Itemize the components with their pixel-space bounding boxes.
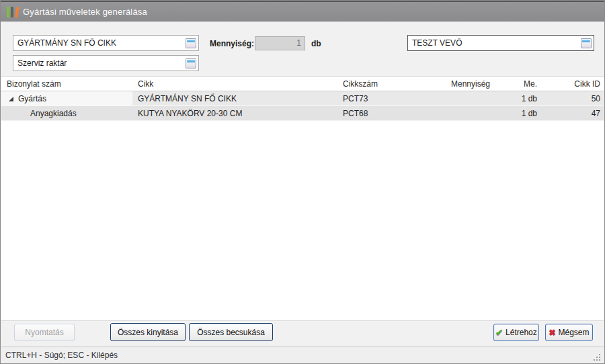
row-cikkid: 47 (540, 106, 604, 120)
app-icon (7, 6, 17, 17)
customer-field[interactable]: TESZT VEVŐ (407, 35, 594, 51)
unit-label: db (311, 39, 321, 48)
grid-header-row: Bizonylat szám Cikk Cikkszám Mennyiség M… (1, 77, 604, 91)
col-header-cikk[interactable]: Cikk (132, 77, 337, 91)
expander-icon[interactable] (9, 97, 13, 101)
row-cikk: KUTYA NYAKÖRV 20-30 CM (132, 106, 337, 120)
form-panel: GYÁRTMÁNY SN FŐ CIKK Szerviz raktár Menn… (1, 23, 604, 77)
check-icon: ✔ (495, 328, 503, 338)
row-me: 1 db (493, 91, 540, 105)
col-header-bizonylat[interactable]: Bizonylat szám (1, 77, 132, 91)
window-title: Gyártási műveletek generálása (23, 7, 147, 17)
collapse-all-button[interactable]: Összes becsukása (189, 323, 273, 341)
product-lookup-icon[interactable] (186, 38, 196, 48)
cancel-button[interactable]: ✖ Mégsem (545, 324, 593, 341)
row-bizonylat: Gyártás (18, 94, 46, 103)
status-bar: CTRL+H - Súgó; ESC - Kilépés (1, 347, 604, 363)
col-header-me[interactable]: Me. (493, 77, 540, 91)
warehouse-field[interactable]: Szerviz raktár (13, 55, 199, 71)
customer-field-value: TESZT VEVŐ (412, 38, 581, 48)
operations-grid: Bizonylat szám Cikk Cikkszám Mennyiség M… (1, 77, 604, 321)
row-cikk: GYÁRTMÁNY SN FŐ CIKK (132, 91, 337, 105)
quantity-label: Mennyiség: (210, 39, 254, 48)
print-button: Nyomtatás (14, 324, 75, 341)
quantity-input: 1 (255, 36, 305, 50)
col-header-cikkid[interactable]: Cikk ID (540, 77, 604, 91)
warehouse-field-value: Szerviz raktár (17, 58, 186, 68)
row-cikkid: 50 (540, 91, 604, 105)
table-row-anyagkiadas[interactable]: Anyagkiadás KUTYA NYAKÖRV 20-30 CM PCT68… (1, 106, 604, 121)
title-bar[interactable]: Gyártási műveletek generálása (1, 1, 604, 21)
row-cikkszam: PCT73 (337, 91, 432, 105)
status-text: CTRL+H - Súgó; ESC - Kilépés (1, 347, 604, 363)
x-icon: ✖ (549, 328, 555, 337)
cancel-button-label: Mégsem (559, 328, 590, 337)
row-mennyiseg (432, 91, 493, 105)
warehouse-lookup-icon[interactable] (186, 58, 196, 69)
col-header-mennyiseg[interactable]: Mennyiség (432, 77, 493, 91)
product-field[interactable]: GYÁRTMÁNY SN FŐ CIKK (13, 35, 199, 51)
table-row-gyartas[interactable]: Gyártás GYÁRTMÁNY SN FŐ CIKK PCT73 1 db … (1, 91, 604, 106)
expand-all-button[interactable]: Összes kinyitása (110, 323, 186, 341)
dialog-window: Gyártási műveletek generálása GYÁRTMÁNY … (0, 0, 605, 364)
resize-grip-icon[interactable] (599, 359, 600, 361)
customer-lookup-icon[interactable] (581, 38, 592, 48)
row-me: 1 db (493, 106, 540, 120)
create-button[interactable]: ✔ Létrehoz (493, 324, 539, 341)
row-cikkszam: PCT68 (337, 106, 432, 120)
product-field-value: GYÁRTMÁNY SN FŐ CIKK (17, 38, 186, 48)
col-header-cikkszam[interactable]: Cikkszám (337, 77, 432, 91)
create-button-label: Létrehoz (506, 328, 537, 337)
row-mennyiseg (432, 106, 493, 120)
row-bizonylat: Anyagkiadás (30, 109, 77, 118)
